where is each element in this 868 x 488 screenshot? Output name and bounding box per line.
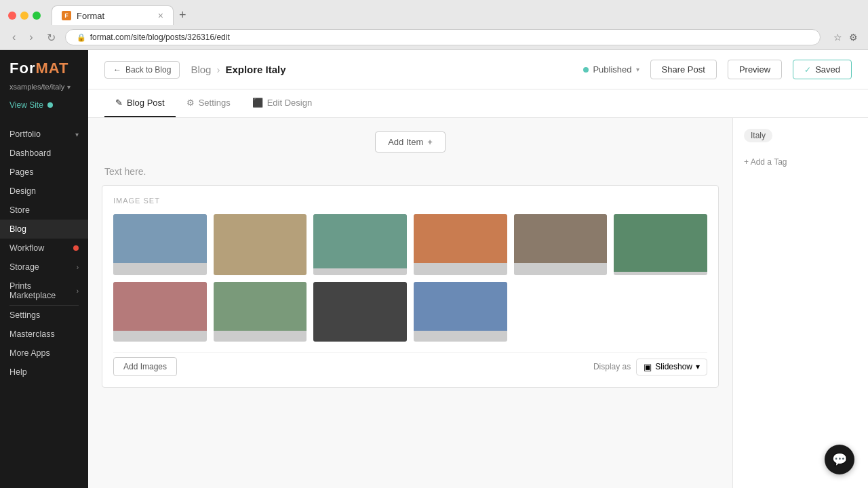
sidebar-item-store[interactable]: Store: [0, 201, 88, 220]
sidebar-item-dashboard[interactable]: Dashboard: [0, 144, 88, 163]
back-to-blog-label: Back to Blog: [125, 65, 171, 75]
preview-button[interactable]: Preview: [728, 60, 782, 79]
breadcrumb-blog[interactable]: Blog: [191, 64, 211, 75]
back-to-blog-button[interactable]: ← Back to Blog: [104, 61, 180, 79]
image-thumb-10[interactable]: [414, 282, 507, 342]
image-grid-row1: [113, 214, 707, 275]
breadcrumb-separator: ›: [216, 64, 220, 75]
image-thumb-7[interactable]: [113, 282, 207, 342]
blog-post-icon: ✎: [115, 98, 123, 108]
prints-chevron-icon: ›: [77, 287, 79, 295]
new-tab-button[interactable]: +: [174, 5, 192, 25]
text-placeholder[interactable]: Text here.: [102, 166, 719, 177]
saved-label: Saved: [815, 64, 840, 75]
display-as: Display as ▣ Slideshow ▾: [593, 359, 707, 375]
back-nav-button[interactable]: ‹: [8, 30, 20, 45]
sidebar-item-prints[interactable]: Prints Marketplace ›: [0, 277, 88, 305]
topbar: ← Back to Blog Blog › Explore Italy Publ…: [88, 50, 868, 89]
sidebar-item-portfolio[interactable]: Portfolio ▾: [0, 125, 88, 144]
published-chevron-icon: ▾: [636, 66, 639, 73]
tab-settings[interactable]: ⚙ Settings: [176, 89, 241, 117]
image-thumb-8[interactable]: [214, 282, 307, 342]
slideshow-icon: ▣: [644, 362, 652, 372]
chat-icon: 💬: [832, 452, 847, 467]
minimize-dot[interactable]: [20, 12, 28, 20]
share-post-button[interactable]: Share Post: [650, 60, 717, 79]
sidebar: ForMAT xsamples/te/italy ▾ View Site Por…: [0, 50, 88, 488]
add-item-button[interactable]: Add Item +: [375, 131, 446, 152]
breadcrumb-current: Explore Italy: [225, 64, 285, 75]
add-images-button[interactable]: Add Images: [113, 357, 177, 376]
close-dot[interactable]: [8, 12, 16, 20]
tab-blog-post[interactable]: ✎ Blog Post: [104, 89, 176, 117]
sidebar-nav: Portfolio ▾ Dashboard Pages Design Store…: [0, 121, 88, 386]
editor-area: Add Item + Text here. IMAGE SET: [88, 118, 732, 488]
right-sidebar: Italy + Add a Tag: [732, 118, 868, 488]
storage-chevron-icon: ›: [77, 264, 79, 271]
view-site-link[interactable]: View Site: [9, 100, 43, 110]
sidebar-label-workflow: Workflow: [9, 243, 73, 253]
sidebar-label-portfolio: Portfolio: [9, 129, 75, 139]
lock-icon: 🔒: [77, 33, 86, 42]
published-label: Published: [593, 64, 631, 75]
tab-title: Format: [77, 11, 104, 21]
image-thumb-5[interactable]: [514, 214, 608, 275]
tab-settings-label: Settings: [199, 98, 231, 108]
image-thumb-1[interactable]: [113, 214, 207, 275]
address-bar[interactable]: 🔒 format.com/site/blog/posts/326316/edit: [65, 29, 821, 45]
tab-edit-design-label: Edit Design: [267, 98, 312, 108]
image-thumb-3[interactable]: [313, 214, 407, 275]
saved-button[interactable]: ✓ Saved: [793, 60, 852, 79]
sidebar-item-storage[interactable]: Storage ›: [0, 258, 88, 277]
tab-edit-design[interactable]: ⬛ Edit Design: [241, 89, 323, 117]
sidebar-item-more-apps[interactable]: More Apps: [0, 344, 88, 363]
main-panel: ← Back to Blog Blog › Explore Italy Publ…: [88, 50, 868, 488]
sidebar-item-masterclass[interactable]: Masterclass: [0, 325, 88, 344]
tabs-bar: ✎ Blog Post ⚙ Settings ⬛ Edit Design: [88, 89, 868, 118]
sidebar-site[interactable]: xsamples/te/italy ▾: [0, 80, 88, 98]
slideshow-label: Slideshow: [655, 362, 692, 371]
sidebar-label-settings: Settings: [9, 310, 79, 320]
tag-list: Italy: [744, 129, 857, 148]
settings-icon: ⚙: [186, 98, 195, 108]
sidebar-label-dashboard: Dashboard: [9, 148, 79, 158]
browser-tabs: F Format × +: [52, 5, 841, 25]
view-site-dot: [47, 102, 53, 108]
image-thumb-6[interactable]: [614, 214, 707, 275]
saved-check-icon: ✓: [804, 65, 811, 75]
app-container: ForMAT xsamples/te/italy ▾ View Site Por…: [0, 50, 868, 488]
sidebar-item-pages[interactable]: Pages: [0, 163, 88, 182]
view-site-row: View Site: [0, 98, 88, 121]
sidebar-item-settings[interactable]: Settings: [0, 306, 88, 325]
image-thumb-2[interactable]: [214, 214, 307, 275]
active-tab[interactable]: F Format ×: [52, 5, 174, 25]
display-as-label: Display as: [593, 362, 631, 371]
sidebar-item-design[interactable]: Design: [0, 182, 88, 201]
breadcrumb: Blog › Explore Italy: [191, 64, 285, 75]
extensions-button[interactable]: ⚙: [847, 30, 860, 45]
tag-italy[interactable]: Italy: [744, 129, 772, 142]
image-thumb-4[interactable]: [414, 214, 507, 275]
bookmark-button[interactable]: ☆: [831, 30, 844, 45]
slideshow-button[interactable]: ▣ Slideshow ▾: [636, 359, 707, 375]
sidebar-item-blog[interactable]: Blog: [0, 220, 88, 239]
add-tag-button[interactable]: + Add a Tag: [744, 156, 857, 168]
image-card-footer: Add Images Display as ▣ Slideshow ▾: [113, 352, 707, 376]
reload-button[interactable]: ↻: [43, 30, 60, 45]
chat-bubble-button[interactable]: 💬: [825, 445, 854, 474]
maximize-dot[interactable]: [33, 12, 41, 20]
sidebar-item-workflow[interactable]: Workflow: [0, 239, 88, 258]
sidebar-item-help[interactable]: Help: [0, 363, 88, 382]
tab-close-button[interactable]: ×: [158, 10, 163, 21]
sidebar-label-storage: Storage: [9, 262, 77, 272]
browser-chrome: F Format × + ‹ › ↻ 🔒 format.com/site/blo…: [0, 0, 868, 50]
image-thumb-9[interactable]: [313, 282, 407, 342]
forward-nav-button[interactable]: ›: [25, 30, 37, 45]
sidebar-label-blog: Blog: [9, 224, 79, 234]
slideshow-chevron-icon: ▾: [696, 362, 700, 371]
published-dot-icon: [583, 67, 589, 73]
sidebar-label-design: Design: [9, 186, 79, 196]
published-status[interactable]: Published ▾: [583, 64, 639, 75]
browser-action-buttons: ☆ ⚙: [831, 30, 860, 45]
sidebar-label-prints: Prints Marketplace: [9, 281, 77, 300]
